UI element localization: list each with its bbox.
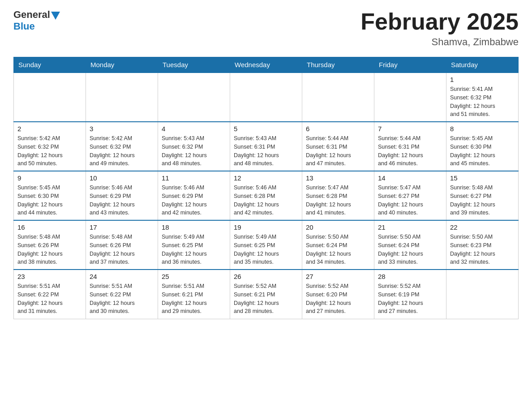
- calendar-day-cell: 15Sunrise: 5:48 AM Sunset: 6:27 PM Dayli…: [446, 171, 519, 220]
- day-info: Sunrise: 5:48 AM Sunset: 6:26 PM Dayligh…: [17, 233, 82, 266]
- day-info: Sunrise: 5:46 AM Sunset: 6:28 PM Dayligh…: [234, 184, 298, 217]
- calendar-day-cell: 21Sunrise: 5:50 AM Sunset: 6:24 PM Dayli…: [374, 220, 446, 270]
- calendar-day-cell: 7Sunrise: 5:44 AM Sunset: 6:31 PM Daylig…: [374, 122, 446, 171]
- day-info: Sunrise: 5:47 AM Sunset: 6:27 PM Dayligh…: [378, 184, 442, 217]
- calendar-day-cell: [14, 73, 86, 122]
- calendar-day-cell: 3Sunrise: 5:42 AM Sunset: 6:32 PM Daylig…: [86, 122, 158, 171]
- calendar-day-cell: 19Sunrise: 5:49 AM Sunset: 6:25 PM Dayli…: [230, 220, 302, 270]
- day-number: 27: [306, 273, 370, 280]
- day-number: 6: [306, 125, 370, 133]
- day-number: 5: [234, 125, 298, 133]
- day-info: Sunrise: 5:51 AM Sunset: 6:22 PM Dayligh…: [90, 282, 154, 316]
- logo: General Blue: [13, 9, 60, 32]
- day-number: 10: [90, 174, 154, 182]
- day-info: Sunrise: 5:45 AM Sunset: 6:30 PM Dayligh…: [450, 134, 515, 168]
- month-title: February 2025: [360, 9, 519, 34]
- day-info: Sunrise: 5:45 AM Sunset: 6:30 PM Dayligh…: [17, 184, 82, 217]
- day-info: Sunrise: 5:42 AM Sunset: 6:32 PM Dayligh…: [17, 134, 82, 168]
- calendar-week-row: 16Sunrise: 5:48 AM Sunset: 6:26 PM Dayli…: [14, 220, 519, 270]
- day-number: 4: [162, 125, 226, 133]
- calendar-week-row: 9Sunrise: 5:45 AM Sunset: 6:30 PM Daylig…: [14, 171, 519, 220]
- svg-marker-0: [51, 12, 60, 20]
- location-subtitle: Shamva, Zimbabwe: [360, 36, 519, 48]
- calendar-day-cell: 24Sunrise: 5:51 AM Sunset: 6:22 PM Dayli…: [86, 270, 158, 319]
- calendar-day-cell: 12Sunrise: 5:46 AM Sunset: 6:28 PM Dayli…: [230, 171, 302, 220]
- day-info: Sunrise: 5:52 AM Sunset: 6:21 PM Dayligh…: [234, 282, 298, 316]
- calendar-day-cell: 1Sunrise: 5:41 AM Sunset: 6:32 PM Daylig…: [446, 73, 519, 122]
- day-number: 17: [90, 223, 154, 231]
- day-info: Sunrise: 5:48 AM Sunset: 6:26 PM Dayligh…: [90, 233, 154, 266]
- calendar-day-cell: 23Sunrise: 5:51 AM Sunset: 6:22 PM Dayli…: [14, 270, 86, 319]
- calendar-day-cell: [230, 73, 302, 122]
- day-info: Sunrise: 5:44 AM Sunset: 6:31 PM Dayligh…: [306, 134, 370, 168]
- day-info: Sunrise: 5:50 AM Sunset: 6:23 PM Dayligh…: [450, 233, 515, 266]
- day-info: Sunrise: 5:43 AM Sunset: 6:31 PM Dayligh…: [234, 134, 298, 168]
- day-info: Sunrise: 5:47 AM Sunset: 6:28 PM Dayligh…: [306, 184, 370, 217]
- day-number: 2: [17, 125, 82, 133]
- day-number: 11: [162, 174, 226, 182]
- calendar-day-cell: 26Sunrise: 5:52 AM Sunset: 6:21 PM Dayli…: [230, 270, 302, 319]
- calendar-day-cell: 5Sunrise: 5:43 AM Sunset: 6:31 PM Daylig…: [230, 122, 302, 171]
- calendar-day-cell: 2Sunrise: 5:42 AM Sunset: 6:32 PM Daylig…: [14, 122, 86, 171]
- day-number: 21: [378, 223, 442, 231]
- calendar-day-cell: 6Sunrise: 5:44 AM Sunset: 6:31 PM Daylig…: [302, 122, 374, 171]
- calendar-day-cell: [302, 73, 374, 122]
- calendar-day-cell: 13Sunrise: 5:47 AM Sunset: 6:28 PM Dayli…: [302, 171, 374, 220]
- day-number: 8: [450, 125, 515, 133]
- day-number: 15: [450, 174, 515, 182]
- calendar-header-row: SundayMondayTuesdayWednesdayThursdayFrid…: [14, 57, 519, 73]
- day-number: 19: [234, 223, 298, 231]
- day-of-week-header: Thursday: [302, 57, 374, 73]
- day-number: 20: [306, 223, 370, 231]
- calendar-week-row: 23Sunrise: 5:51 AM Sunset: 6:22 PM Dayli…: [14, 270, 519, 319]
- day-number: 22: [450, 223, 515, 231]
- day-number: 3: [90, 125, 154, 133]
- calendar-day-cell: 10Sunrise: 5:46 AM Sunset: 6:29 PM Dayli…: [86, 171, 158, 220]
- calendar-day-cell: 18Sunrise: 5:49 AM Sunset: 6:25 PM Dayli…: [158, 220, 230, 270]
- day-info: Sunrise: 5:44 AM Sunset: 6:31 PM Dayligh…: [378, 134, 442, 168]
- day-number: 13: [306, 174, 370, 182]
- calendar-week-row: 2Sunrise: 5:42 AM Sunset: 6:32 PM Daylig…: [14, 122, 519, 171]
- day-info: Sunrise: 5:46 AM Sunset: 6:29 PM Dayligh…: [90, 184, 154, 217]
- day-info: Sunrise: 5:50 AM Sunset: 6:24 PM Dayligh…: [378, 233, 442, 266]
- logo-blue-text: Blue: [13, 21, 35, 32]
- calendar-day-cell: 27Sunrise: 5:52 AM Sunset: 6:20 PM Dayli…: [302, 270, 374, 319]
- day-info: Sunrise: 5:51 AM Sunset: 6:22 PM Dayligh…: [17, 282, 82, 316]
- calendar-day-cell: 22Sunrise: 5:50 AM Sunset: 6:23 PM Dayli…: [446, 220, 519, 270]
- calendar-day-cell: [158, 73, 230, 122]
- day-of-week-header: Friday: [374, 57, 446, 73]
- day-info: Sunrise: 5:50 AM Sunset: 6:24 PM Dayligh…: [306, 233, 370, 266]
- calendar-day-cell: 16Sunrise: 5:48 AM Sunset: 6:26 PM Dayli…: [14, 220, 86, 270]
- day-info: Sunrise: 5:42 AM Sunset: 6:32 PM Dayligh…: [90, 134, 154, 168]
- calendar-day-cell: [86, 73, 158, 122]
- day-info: Sunrise: 5:52 AM Sunset: 6:19 PM Dayligh…: [378, 282, 442, 316]
- day-info: Sunrise: 5:49 AM Sunset: 6:25 PM Dayligh…: [234, 233, 298, 266]
- calendar-day-cell: 25Sunrise: 5:51 AM Sunset: 6:21 PM Dayli…: [158, 270, 230, 319]
- calendar-day-cell: [446, 270, 519, 319]
- title-area: February 2025 Shamva, Zimbabwe: [360, 9, 519, 48]
- calendar-day-cell: 28Sunrise: 5:52 AM Sunset: 6:19 PM Dayli…: [374, 270, 446, 319]
- calendar-day-cell: 14Sunrise: 5:47 AM Sunset: 6:27 PM Dayli…: [374, 171, 446, 220]
- day-number: 18: [162, 223, 226, 231]
- calendar-table: SundayMondayTuesdayWednesdayThursdayFrid…: [13, 57, 519, 319]
- day-number: 14: [378, 174, 442, 182]
- page-header: General Blue February 2025 Shamva, Zimba…: [13, 9, 519, 48]
- day-number: 12: [234, 174, 298, 182]
- logo-general-text: General: [13, 9, 50, 21]
- day-number: 23: [17, 273, 82, 280]
- day-of-week-header: Saturday: [446, 57, 519, 73]
- day-info: Sunrise: 5:43 AM Sunset: 6:32 PM Dayligh…: [162, 134, 226, 168]
- day-info: Sunrise: 5:52 AM Sunset: 6:20 PM Dayligh…: [306, 282, 370, 316]
- calendar-day-cell: 20Sunrise: 5:50 AM Sunset: 6:24 PM Dayli…: [302, 220, 374, 270]
- day-number: 26: [234, 273, 298, 280]
- calendar-day-cell: [374, 73, 446, 122]
- day-number: 7: [378, 125, 442, 133]
- day-info: Sunrise: 5:46 AM Sunset: 6:29 PM Dayligh…: [162, 184, 226, 217]
- day-of-week-header: Sunday: [14, 57, 86, 73]
- day-number: 9: [17, 174, 82, 182]
- day-number: 16: [17, 223, 82, 231]
- day-of-week-header: Wednesday: [230, 57, 302, 73]
- day-info: Sunrise: 5:51 AM Sunset: 6:21 PM Dayligh…: [162, 282, 226, 316]
- calendar-day-cell: 4Sunrise: 5:43 AM Sunset: 6:32 PM Daylig…: [158, 122, 230, 171]
- day-number: 25: [162, 273, 226, 280]
